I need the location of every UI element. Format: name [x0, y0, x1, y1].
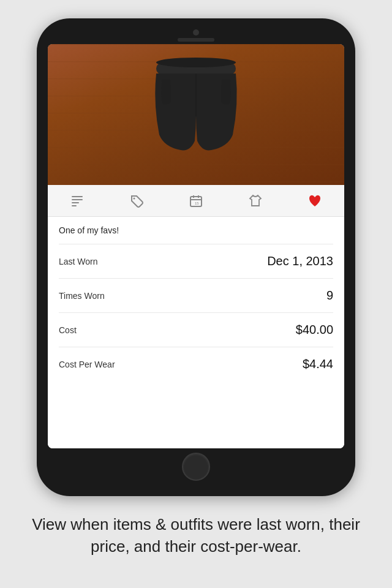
svg-point-7 — [134, 197, 135, 199]
last-worn-row: Last Worn Dec 1, 2013 — [59, 244, 333, 279]
footer-text: View when items & outfits were last worn… — [24, 513, 368, 558]
svg-rect-4 — [72, 199, 83, 200]
info-panel: One of my favs! Last Worn Dec 1, 2013 Ti… — [48, 217, 344, 448]
cost-label: Cost — [59, 325, 77, 335]
phone-speaker — [178, 38, 214, 42]
tag-icon[interactable] — [126, 190, 148, 212]
phone-screen: 15 One of my favs! Last Worn — [48, 44, 344, 448]
calendar-icon[interactable]: 15 — [185, 190, 207, 212]
phone-bottom — [48, 448, 344, 485]
last-worn-label: Last Worn — [59, 257, 98, 266]
info-icon[interactable] — [66, 190, 88, 212]
svg-text:15: 15 — [195, 202, 199, 205]
clothing-image — [48, 44, 344, 185]
cost-per-wear-label: Cost Per Wear — [59, 360, 115, 369]
phone-camera — [193, 29, 199, 36]
svg-rect-3 — [72, 196, 83, 197]
cost-row: Cost $40.00 — [59, 313, 333, 347]
svg-point-1 — [156, 58, 236, 67]
cost-per-wear-value: $4.44 — [303, 357, 333, 371]
times-worn-value: 9 — [326, 288, 333, 303]
times-worn-label: Times Worn — [59, 291, 105, 301]
home-button[interactable] — [182, 453, 210, 481]
heart-icon[interactable] — [304, 190, 326, 212]
times-worn-row: Times Worn 9 — [59, 279, 333, 313]
phone-shell: 15 One of my favs! Last Worn — [37, 18, 355, 496]
svg-rect-6 — [72, 205, 77, 206]
cost-value: $40.00 — [296, 323, 333, 337]
outfit-icon[interactable] — [244, 190, 266, 212]
toolbar: 15 — [48, 185, 344, 217]
phone-top-bar — [48, 29, 344, 42]
note-text: One of my favs! — [59, 217, 333, 244]
svg-rect-5 — [72, 202, 79, 203]
shorts-image — [141, 55, 251, 172]
cost-per-wear-row: Cost Per Wear $4.44 — [59, 347, 333, 381]
last-worn-value: Dec 1, 2013 — [267, 254, 333, 268]
